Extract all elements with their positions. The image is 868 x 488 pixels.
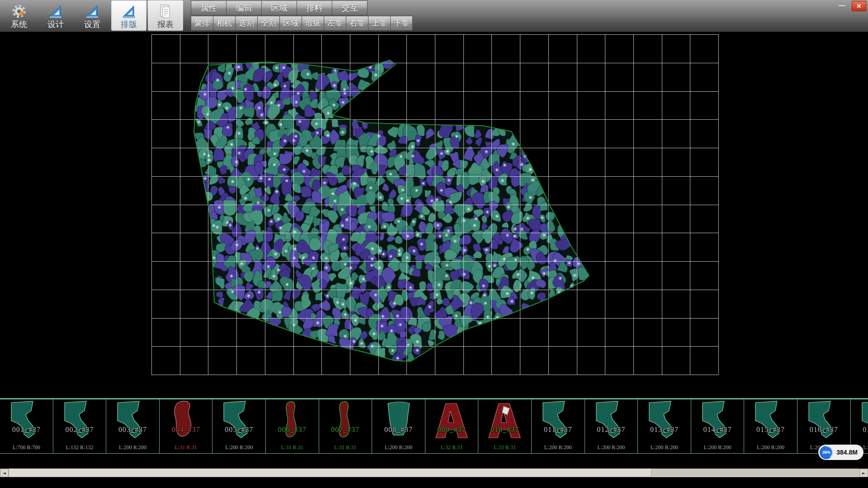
piece-id: 017_#37 <box>851 426 868 434</box>
report-icon <box>158 3 173 20</box>
piece-id: 007_#37 <box>319 426 372 434</box>
piece-id: 012_#37 <box>585 426 638 434</box>
piece-id: 014_#37 <box>691 426 744 434</box>
memory-usage: 384.8M <box>836 449 858 456</box>
piece-counts: L:200 R:200 <box>532 444 585 451</box>
application-window: 系统设计设置排版报表 属性编辑区域排料交互 聚排相机选割全割区域瑕疵左靠右靠上靠… <box>0 0 868 488</box>
piece-thumbnail-005_#37[interactable]: 005_#37L:200 R:200 <box>212 399 266 454</box>
piece-counts: L:132 R:132 <box>53 444 106 451</box>
piece-id: 003_#37 <box>106 426 159 434</box>
piece-thumbnail-003_#37[interactable]: 003_#37L:200 R:200 <box>106 399 160 454</box>
menu-tab-interact[interactable]: 交互 <box>332 0 368 15</box>
piece-shape <box>802 400 846 441</box>
tool-button-cut-all[interactable]: 全割 <box>257 16 280 31</box>
piece-shape <box>430 400 474 441</box>
toolbar-button-label: 设计 <box>47 20 64 29</box>
piece-id: 015_#37 <box>744 426 797 434</box>
piece-counts: L:31 R:31 <box>160 444 212 451</box>
piece-counts: L:200 R:200 <box>372 444 425 451</box>
piece-thumbnail-006_#37[interactable]: 006_#37L:31 R:31 <box>265 399 319 454</box>
scroll-left-button[interactable]: ◄ <box>0 469 9 477</box>
piece-thumbnail-010_#37[interactable]: 010_#37L:33 R:31 <box>478 399 532 454</box>
horizontal-scrollbar[interactable]: ◄ ► <box>0 469 868 477</box>
toolbar-button-design[interactable]: 设计 <box>38 0 73 31</box>
piece-shape <box>271 400 314 441</box>
tool-button-cluster-nest[interactable]: 聚排 <box>191 16 213 31</box>
menu-tab-edit[interactable]: 编辑 <box>226 0 262 15</box>
piece-id: 001_#37 <box>0 426 53 434</box>
piece-shape <box>696 400 740 441</box>
pieces-panel: 001_#37L:700 R:700002_#37L:132 R:132003_… <box>0 398 868 454</box>
menu-tab-row: 属性编辑区域排料交互 <box>191 0 413 15</box>
piece-id: 008_#37 <box>372 426 425 434</box>
piece-counts: L:31 R:31 <box>319 444 372 451</box>
progress-ring: 38% <box>820 446 833 459</box>
piece-id: 004_#37 <box>160 426 212 434</box>
piece-id: 005_#37 <box>212 426 265 434</box>
piece-thumbnail-011_#37[interactable]: 011_#37L:200 R:200 <box>531 399 585 454</box>
piece-shape <box>324 400 368 441</box>
piece-id: 002_#37 <box>53 426 106 434</box>
nesting-canvas[interactable] <box>0 32 868 398</box>
toolbar-button-label: 系统 <box>11 20 27 29</box>
piece-shape <box>217 400 261 441</box>
piece-thumbnail-002_#37[interactable]: 002_#37L:132 R:132 <box>53 399 107 454</box>
tool-button-camera[interactable]: 相机 <box>213 16 236 31</box>
menu-tab-properties[interactable]: 属性 <box>191 0 226 15</box>
nesting-canvas-area[interactable] <box>0 32 868 398</box>
tool-button-align-top[interactable]: 上靠 <box>368 16 391 31</box>
toolbar-button-label: 排版 <box>121 20 137 29</box>
scrollbar-track[interactable] <box>9 469 859 477</box>
piece-counts: L:200 R:200 <box>638 444 691 451</box>
tool-button-defect[interactable]: 瑕疵 <box>302 16 324 31</box>
close-button[interactable]: ✕ <box>852 1 866 11</box>
gear-icon <box>11 3 27 20</box>
piece-thumbnail-007_#37[interactable]: 007_#37L:31 R:31 <box>319 399 373 454</box>
tool-button-align-left[interactable]: 左靠 <box>324 16 346 31</box>
piece-thumbnail-001_#37[interactable]: 001_#37L:700 R:700 <box>0 399 53 454</box>
piece-shape <box>749 400 793 441</box>
piece-thumbnail-008_#37[interactable]: 008_#37L:200 R:200 <box>372 399 425 454</box>
scrollbar-thumb[interactable] <box>9 469 651 477</box>
piece-shape <box>377 400 420 441</box>
scroll-right-button[interactable]: ► <box>859 469 868 477</box>
toolbar-button-label: 报表 <box>157 20 174 29</box>
window-controls: — ✕ <box>836 1 866 11</box>
piece-shape <box>5 400 48 441</box>
menu-tab-region[interactable]: 区域 <box>261 0 297 15</box>
piece-shape <box>537 400 580 441</box>
piece-thumbnail-014_#37[interactable]: 014_#37L:200 R:200 <box>691 399 745 454</box>
piece-counts: L:32 R:31 <box>425 444 478 451</box>
toolbar-button-label: 设置 <box>84 20 100 29</box>
tool-button-align-bottom[interactable]: 下靠 <box>390 16 413 31</box>
piece-shape <box>856 400 868 441</box>
set-square-icon <box>48 3 63 20</box>
main-toolbar: 系统设计设置排版报表 属性编辑区域排料交互 聚排相机选割全割区域瑕疵左靠右靠上靠… <box>0 0 868 32</box>
toolbar-button-settings[interactable]: 设置 <box>75 0 110 31</box>
toolbar-button-system[interactable]: 系统 <box>1 0 37 31</box>
tool-button-select-cut[interactable]: 选割 <box>235 16 258 31</box>
toolbar-button-report[interactable]: 报表 <box>148 0 183 31</box>
toolbar-button-layout[interactable]: 排版 <box>111 0 146 31</box>
menu-tab-nesting[interactable]: 排料 <box>297 0 332 15</box>
piece-shape <box>643 400 686 441</box>
piece-thumbnail-013_#37[interactable]: 013_#37L:200 R:200 <box>637 399 691 454</box>
piece-shape <box>590 400 633 441</box>
piece-shape <box>58 400 102 441</box>
tool-button-align-right[interactable]: 右靠 <box>346 16 368 31</box>
minimize-button[interactable]: — <box>836 1 848 11</box>
menu-rows: 属性编辑区域排料交互 聚排相机选割全割区域瑕疵左靠右靠上靠下靠 <box>191 0 413 31</box>
tool-button-region[interactable]: 区域 <box>279 16 302 31</box>
piece-shape <box>483 400 527 441</box>
piece-thumbnail-012_#37[interactable]: 012_#37L:200 R:200 <box>585 399 638 454</box>
piece-id: 010_#37 <box>478 426 531 434</box>
progress-percent: 38% <box>822 450 830 455</box>
piece-id: 011_#37 <box>532 426 585 434</box>
piece-id: 006_#37 <box>266 426 319 434</box>
piece-thumbnail-004_#37[interactable]: 004_#37L:31 R:31 <box>159 399 213 454</box>
piece-id: 009_#37 <box>425 426 478 434</box>
piece-thumbnail-009_#37[interactable]: 009_#37L:32 R:31 <box>425 399 479 454</box>
piece-counts: L:200 R:200 <box>744 444 797 451</box>
piece-thumbnail-015_#37[interactable]: 015_#37L:200 R:200 <box>744 399 797 454</box>
tool-button-row: 聚排相机选割全割区域瑕疵左靠右靠上靠下靠 <box>191 15 413 31</box>
